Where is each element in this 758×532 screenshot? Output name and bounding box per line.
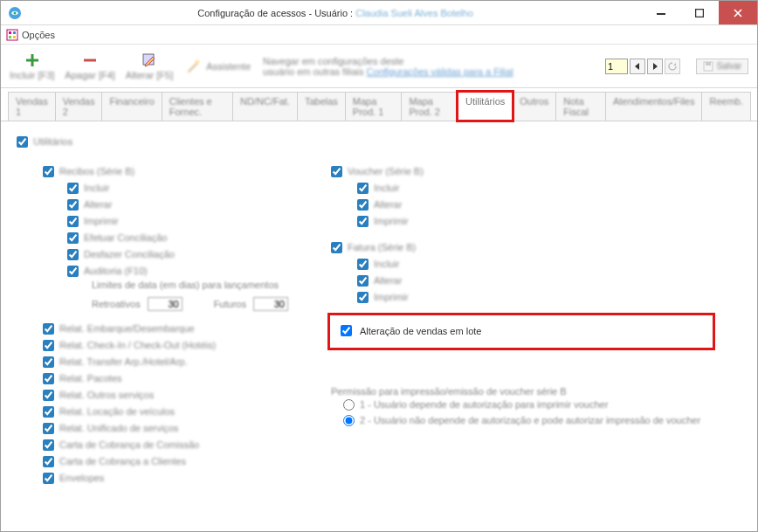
svg-rect-3 xyxy=(696,9,704,17)
tab-vendas1[interactable]: Vendas 1 xyxy=(8,92,56,121)
user-name: Claudia Sueli Alves Botelho xyxy=(355,8,473,18)
tab-reemb[interactable]: Reemb. xyxy=(701,92,751,121)
svg-rect-7 xyxy=(9,36,11,38)
chk-alteracao-lote[interactable]: Alteração de vendas em lote xyxy=(327,313,715,350)
chk-rel10[interactable]: Envelopes xyxy=(17,470,296,486)
chk-rel8[interactable]: Carta de Cobrança de Comissão xyxy=(17,437,296,453)
voucher-permission-group: Permissão para impressão/emissão de vouc… xyxy=(331,386,715,428)
options-icon xyxy=(6,29,18,41)
menu-bar: Opções xyxy=(1,25,757,45)
svg-rect-6 xyxy=(13,31,16,34)
tab-mapa2[interactable]: Mapa Prod. 2 xyxy=(401,92,458,121)
svg-point-1 xyxy=(14,11,17,14)
chk-rec-desfazer[interactable]: Desfazer Conciliação xyxy=(17,246,296,262)
tab-financeiro[interactable]: Financeiro xyxy=(101,92,162,121)
retroativos-label: Retroativos xyxy=(92,299,141,309)
chk-rec-auditoria[interactable]: Auditoria (F10) xyxy=(17,263,296,279)
chk-rel2[interactable]: Relat. Check-In / Check-Out (Hotéis) xyxy=(17,337,296,353)
tab-outros[interactable]: Outros xyxy=(512,92,556,121)
chk-rec-imprimir[interactable]: Imprimir xyxy=(17,213,296,229)
chk-v-incluir[interactable]: Incluir xyxy=(331,180,715,196)
next-button[interactable] xyxy=(647,59,663,74)
perm-title: Permissão para impressão/emissão de vouc… xyxy=(331,386,715,397)
chk-rec-alterar[interactable]: Alterar xyxy=(17,197,296,212)
chk-f-imprimir[interactable]: Imprimir xyxy=(331,289,715,305)
app-logo-icon xyxy=(8,6,22,20)
close-button[interactable] xyxy=(719,1,757,24)
tab-notafiscal[interactable]: Nota Fiscal xyxy=(555,92,606,121)
chk-f-alterar[interactable]: Alterar xyxy=(331,273,715,288)
chk-recibos[interactable]: Recibos (Série B) xyxy=(17,163,296,179)
retroativos-input[interactable] xyxy=(148,297,183,311)
limits-label: Limites de data (em dias) para lançament… xyxy=(17,280,296,294)
prev-button[interactable] xyxy=(630,59,645,74)
tab-utilitarios[interactable]: Utilitários xyxy=(458,92,513,121)
wand-icon xyxy=(185,59,201,74)
config-link[interactable]: Configurações válidas para a Filial xyxy=(367,66,513,77)
toolbar: Incluir [F3] Apagar [F4] Alterar [F5] As… xyxy=(1,45,757,88)
maximize-button[interactable] xyxy=(680,1,719,24)
save-button[interactable]: Salvar xyxy=(696,59,748,74)
chk-v-alterar[interactable]: Alterar xyxy=(331,197,715,212)
assistente-button[interactable]: Assistente xyxy=(185,59,251,74)
svg-point-10 xyxy=(196,60,199,64)
minimize-button[interactable] xyxy=(642,1,680,24)
svg-rect-5 xyxy=(9,31,11,34)
svg-rect-8 xyxy=(13,36,16,38)
chk-rec-efetuar[interactable]: Efetuar Conciliação xyxy=(17,230,296,245)
chk-v-imprimir[interactable]: Imprimir xyxy=(331,213,715,229)
perm-opt2[interactable]: 2 - Usuário não depende de autorização e… xyxy=(331,412,715,428)
plus-icon xyxy=(24,52,40,68)
tab-vendas2[interactable]: Vendas 2 xyxy=(55,92,103,121)
svg-rect-12 xyxy=(706,62,711,66)
chk-utilitarios[interactable]: Utilitários xyxy=(17,134,741,149)
tab-strip: Vendas 1 Vendas 2 Financeiro Clientes e … xyxy=(1,88,757,121)
minus-icon xyxy=(82,52,98,68)
incluir-button[interactable]: Incluir [F3] xyxy=(10,52,54,80)
chk-rel1[interactable]: Relat. Embarque/Desembarque xyxy=(17,321,296,336)
chk-rel5[interactable]: Relat. Outros serviços xyxy=(17,387,296,403)
futuros-input[interactable] xyxy=(253,297,288,311)
titlebar: Configuração de acessos - Usuário : Clau… xyxy=(1,1,757,25)
perm-opt1[interactable]: 1 - Usuário depende de autorização para … xyxy=(331,397,715,412)
tab-atendimentos[interactable]: Atendimentos/Files xyxy=(605,92,703,121)
window-title: Configuração de acessos - Usuário : Clau… xyxy=(29,7,642,19)
tab-ndnc[interactable]: ND/NC/Fat. xyxy=(232,92,298,121)
refresh-button[interactable] xyxy=(665,59,680,74)
svg-rect-4 xyxy=(7,30,17,40)
futuros-label: Futuros xyxy=(214,299,246,309)
chk-rel3[interactable]: Relat. Transfer Arp./Hotel/Arp. xyxy=(17,354,296,370)
filial-input[interactable] xyxy=(605,59,628,74)
chk-fatura[interactable]: Fatura (Série B) xyxy=(331,239,715,255)
chk-rel6[interactable]: Relat. Locação de veículos xyxy=(17,404,296,419)
tab-mapa1[interactable]: Mapa Prod. 1 xyxy=(345,92,403,121)
chk-rel9[interactable]: Carta de Cobrança a Clientes xyxy=(17,453,296,469)
chk-rec-incluir[interactable]: Incluir xyxy=(17,180,296,196)
svg-rect-2 xyxy=(657,13,665,15)
tab-clientes[interactable]: Clientes e Fornec. xyxy=(162,92,233,121)
edit-icon xyxy=(141,52,157,68)
apagar-button[interactable]: Apagar [F4] xyxy=(65,52,114,80)
tab-tabelas[interactable]: Tabelas xyxy=(297,92,346,121)
chk-rel7[interactable]: Relat. Unificado de serviços xyxy=(17,420,296,436)
nav-info: Navegar em configurações deste usuário e… xyxy=(263,56,513,77)
save-icon xyxy=(703,61,713,72)
menu-opcoes[interactable]: Opções xyxy=(22,30,55,40)
alterar-button[interactable]: Alterar [F5] xyxy=(126,52,173,80)
chk-rel4[interactable]: Relat. Pacotes xyxy=(17,370,296,386)
chk-f-incluir[interactable]: Incluir xyxy=(331,256,715,272)
chk-voucher[interactable]: Voucher (Série B) xyxy=(331,163,715,179)
